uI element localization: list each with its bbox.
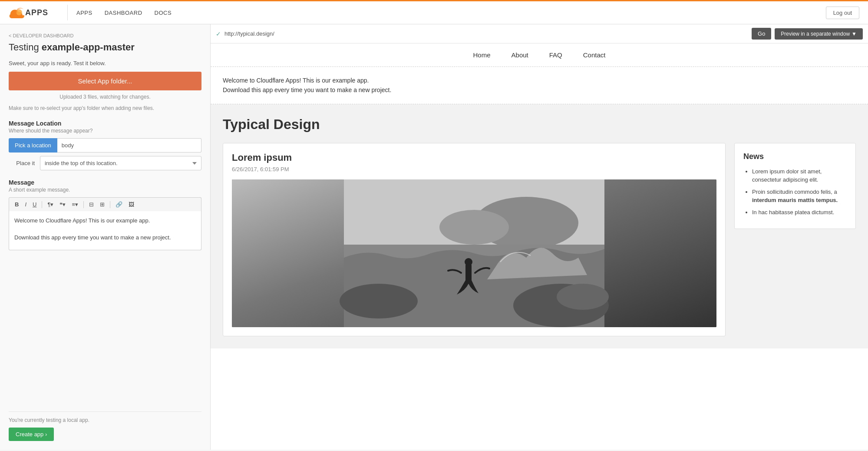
- place-it-row: Place it inside the top of this location…: [9, 156, 201, 170]
- toolbar-sep3: [110, 201, 110, 208]
- upload-status: Uploaded 3 files, watching for changes.: [9, 94, 201, 100]
- ordered-list-button[interactable]: ⊟: [87, 200, 96, 209]
- bottom-area: You're currently testing a local app. Cr…: [9, 405, 201, 441]
- message-line2: Download this app every time you want to…: [14, 233, 196, 242]
- editor-content[interactable]: Welcome to Cloudflare Apps! This is our …: [9, 211, 201, 250]
- link-button[interactable]: 🔗: [113, 200, 125, 209]
- site-nav-home[interactable]: Home: [473, 51, 491, 59]
- breadcrumb[interactable]: < DEVELOPER DASHBOARD: [9, 33, 201, 38]
- paragraph-button[interactable]: ¶▾: [45, 200, 56, 209]
- url-check-icon: ✓: [216, 30, 221, 37]
- article-image: [232, 179, 716, 327]
- logo-area: APPS: [9, 7, 48, 18]
- site-nav: Home About FAQ Contact: [211, 43, 868, 67]
- underline-button[interactable]: U: [30, 200, 39, 209]
- preview-site: Home About FAQ Contact Welcome to Cloudf…: [211, 43, 868, 450]
- preview-window-button[interactable]: Preview in a separate window ▼: [775, 28, 863, 40]
- align-button[interactable]: ≡▾: [69, 200, 80, 209]
- widget-list: Lorem ipsum dolor sit amet, consectetur …: [743, 167, 847, 217]
- preview-window-icon: ▼: [851, 31, 857, 37]
- article-date: 6/26/2017, 6:01:59 PM: [232, 166, 716, 172]
- app-name: APPS: [25, 8, 48, 17]
- place-it-label: Place it: [9, 160, 35, 166]
- pick-location-button[interactable]: Pick a location: [9, 138, 57, 153]
- message-location-sub: Where should the message appear?: [9, 128, 201, 134]
- message-label: Message: [9, 179, 201, 186]
- nav-divider: [67, 5, 68, 20]
- list-item: Lorem ipsum dolor sit amet, consectetur …: [752, 167, 847, 184]
- bottom-note: You're currently testing a local app. Cr…: [9, 411, 201, 441]
- page-title-bold: example-app-master: [42, 42, 135, 53]
- svg-point-3: [439, 210, 509, 245]
- site-title: Typical Design: [223, 116, 856, 133]
- list-item-bold: interdum mauris mattis tempus.: [752, 197, 838, 203]
- location-input[interactable]: [57, 138, 201, 153]
- cloudflare-logo-icon: [9, 7, 25, 18]
- preview-window-label: Preview in a separate window: [781, 31, 850, 37]
- message-line1: Welcome to Cloudflare Apps! This is our …: [14, 216, 196, 225]
- reselect-note: Make sure to re-select your app's folder…: [9, 105, 201, 111]
- bold-button[interactable]: B: [13, 200, 21, 209]
- article-title: Lorem ipsum: [232, 152, 716, 163]
- content-grid: Lorem ipsum 6/26/2017, 6:01:59 PM: [223, 143, 856, 336]
- list-item: In hac habitasse platea dictumst.: [752, 208, 847, 217]
- site-nav-faq[interactable]: FAQ: [549, 51, 562, 59]
- url-input[interactable]: [224, 30, 748, 37]
- ready-text: Sweet, your app is ready. Test it below.: [9, 60, 201, 66]
- url-bar: ✓ Go Preview in a separate window ▼: [211, 24, 868, 43]
- article-image-svg: [232, 179, 716, 327]
- logout-button[interactable]: Log out: [826, 7, 859, 19]
- left-panel: < DEVELOPER DASHBOARD Testing example-ap…: [0, 24, 211, 450]
- main-article: Lorem ipsum 6/26/2017, 6:01:59 PM: [223, 143, 726, 336]
- page-title: Testing example-app-master: [9, 42, 201, 53]
- place-it-select[interactable]: inside the top of this location.inside t…: [40, 156, 201, 170]
- blockquote-button[interactable]: ❝▾: [57, 200, 68, 209]
- go-button[interactable]: Go: [752, 28, 771, 40]
- list-item-text: Proin sollicitudin commodo felis, a: [752, 189, 837, 195]
- editor-toolbar: B I U ¶▾ ❝▾ ≡▾ ⊟ ⊞ 🔗 🖼: [9, 197, 201, 211]
- right-panel: ✓ Go Preview in a separate window ▼ Home…: [211, 24, 868, 450]
- site-banner: Welcome to Cloudflare Apps! This is our …: [211, 67, 868, 104]
- site-nav-contact[interactable]: Contact: [583, 51, 606, 59]
- main-nav: APPS DASHBOARD DOCS: [76, 10, 172, 16]
- toolbar-sep1: [42, 201, 42, 208]
- create-app-button[interactable]: Create app ›: [9, 428, 54, 441]
- nav-docs-link[interactable]: DOCS: [155, 10, 172, 16]
- banner-line1: Welcome to Cloudflare Apps! This is our …: [223, 76, 856, 85]
- unordered-list-button[interactable]: ⊞: [98, 200, 107, 209]
- italic-button[interactable]: I: [23, 200, 29, 209]
- message-sub: A short example message.: [9, 187, 201, 193]
- topbar: APPS APPS DASHBOARD DOCS Log out: [0, 0, 868, 24]
- message-section: Message A short example message. B I U ¶…: [9, 179, 201, 250]
- image-button[interactable]: 🖼: [126, 200, 136, 209]
- message-location-label: Message Location: [9, 120, 201, 127]
- banner-line2: Download this app every time you want to…: [223, 85, 856, 95]
- site-body: Typical Design Lorem ipsum 6/26/2017, 6:…: [211, 104, 868, 348]
- svg-point-5: [340, 284, 418, 318]
- svg-point-9: [465, 258, 472, 266]
- list-item: Proin sollicitudin commodo felis, a inte…: [752, 188, 847, 205]
- nav-apps-link[interactable]: APPS: [76, 10, 92, 16]
- widget-title: News: [743, 152, 847, 161]
- nav-dashboard-link[interactable]: DASHBOARD: [105, 10, 142, 16]
- sidebar-widget: News Lorem ipsum dolor sit amet, consect…: [734, 143, 856, 229]
- site-nav-about[interactable]: About: [512, 51, 528, 59]
- svg-point-7: [557, 284, 609, 310]
- article-image-inner: [232, 179, 716, 327]
- select-folder-button[interactable]: Select App folder...: [9, 72, 201, 90]
- main-layout: < DEVELOPER DASHBOARD Testing example-ap…: [0, 24, 868, 450]
- page-title-plain: Testing: [9, 42, 42, 53]
- location-row: Pick a location: [9, 138, 201, 153]
- toolbar-sep2: [83, 201, 84, 208]
